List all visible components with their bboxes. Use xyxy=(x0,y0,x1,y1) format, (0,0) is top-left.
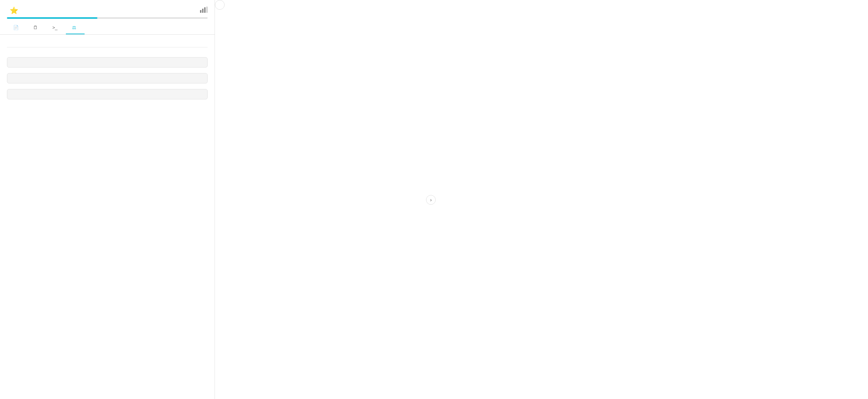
problem-title: ⭐ xyxy=(7,6,18,15)
judge-content xyxy=(0,35,215,399)
svg-rect-3 xyxy=(206,7,208,13)
right-panel xyxy=(225,0,868,399)
description-icon: 📄 xyxy=(13,25,19,30)
tab-judge[interactable]: ⚖ xyxy=(66,21,85,34)
input-value-box xyxy=(7,57,208,68)
svg-rect-0 xyxy=(200,10,201,13)
code-editor[interactable] xyxy=(225,0,868,399)
collapse-arrow[interactable]: › xyxy=(215,0,225,10)
svg-rect-1 xyxy=(202,9,203,13)
signal-icon xyxy=(200,7,208,15)
progress-bar-fill xyxy=(7,17,97,19)
expected-value-box xyxy=(7,89,208,99)
svg-rect-2 xyxy=(204,7,206,13)
progress-bar xyxy=(7,17,208,19)
star-icon[interactable]: ⭐ xyxy=(10,6,18,15)
tab-description[interactable]: 📄 xyxy=(7,21,27,34)
tab-notes[interactable]: 🗒 xyxy=(27,21,46,34)
judge-icon: ⚖ xyxy=(72,25,76,30)
left-panel: ⭐ 📄 🗒 >_ xyxy=(0,0,215,399)
notes-icon: 🗒 xyxy=(33,25,38,30)
output-value-box xyxy=(7,73,208,83)
tab-testcase[interactable]: >_ xyxy=(46,21,66,34)
testcase-icon: >_ xyxy=(52,25,58,30)
title-row: ⭐ xyxy=(7,6,208,15)
tabs-row: 📄 🗒 >_ ⚖ xyxy=(0,21,215,35)
problem-header: ⭐ xyxy=(0,0,215,19)
